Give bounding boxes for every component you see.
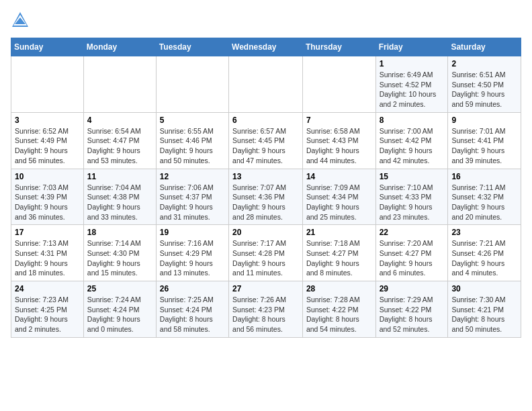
calendar-cell: 7Sunrise: 6:58 AM Sunset: 4:43 PM Daylig… (302, 112, 375, 169)
day-info: Sunrise: 7:30 AM Sunset: 4:21 PM Dayligh… (451, 295, 517, 334)
day-info: Sunrise: 7:00 AM Sunset: 4:42 PM Dayligh… (380, 126, 445, 166)
day-info: Sunrise: 6:55 AM Sunset: 4:46 PM Dayligh… (160, 126, 225, 166)
day-info: Sunrise: 6:54 AM Sunset: 4:47 PM Dayligh… (87, 126, 152, 166)
day-number: 11 (87, 172, 152, 181)
calendar-cell: 18Sunrise: 7:14 AM Sunset: 4:30 PM Dayli… (83, 225, 156, 281)
day-header-tuesday: Tuesday (156, 38, 228, 56)
day-number: 19 (160, 228, 225, 237)
day-header-sunday: Sunday (11, 38, 84, 56)
day-info: Sunrise: 7:28 AM Sunset: 4:22 PM Dayligh… (306, 295, 372, 334)
day-number: 13 (232, 172, 299, 181)
day-number: 18 (87, 228, 152, 237)
day-info: Sunrise: 7:09 AM Sunset: 4:34 PM Dayligh… (306, 183, 372, 222)
day-header-thursday: Thursday (302, 38, 375, 56)
calendar-cell: 4Sunrise: 6:54 AM Sunset: 4:47 PM Daylig… (83, 112, 156, 169)
calendar-cell (11, 56, 84, 113)
day-number: 16 (451, 172, 517, 181)
day-info: Sunrise: 7:29 AM Sunset: 4:22 PM Dayligh… (380, 295, 445, 334)
calendar-cell: 22Sunrise: 7:20 AM Sunset: 4:27 PM Dayli… (375, 225, 448, 281)
calendar-cell: 11Sunrise: 7:04 AM Sunset: 4:38 PM Dayli… (83, 169, 156, 225)
day-header-monday: Monday (83, 38, 156, 56)
day-number: 24 (15, 284, 80, 293)
day-info: Sunrise: 7:21 AM Sunset: 4:26 PM Dayligh… (451, 238, 517, 278)
day-info: Sunrise: 7:10 AM Sunset: 4:33 PM Dayligh… (380, 183, 445, 222)
day-number: 15 (380, 172, 445, 181)
calendar-cell: 19Sunrise: 7:16 AM Sunset: 4:29 PM Dayli… (156, 225, 228, 281)
day-info: Sunrise: 7:18 AM Sunset: 4:27 PM Dayligh… (306, 238, 372, 278)
calendar-cell: 15Sunrise: 7:10 AM Sunset: 4:33 PM Dayli… (375, 169, 448, 225)
calendar-cell: 28Sunrise: 7:28 AM Sunset: 4:22 PM Dayli… (302, 281, 375, 338)
calendar-cell: 14Sunrise: 7:09 AM Sunset: 4:34 PM Dayli… (302, 169, 375, 225)
day-number: 2 (451, 59, 517, 68)
day-number: 12 (160, 172, 225, 181)
calendar-cell: 25Sunrise: 7:24 AM Sunset: 4:24 PM Dayli… (83, 281, 156, 338)
calendar-cell: 5Sunrise: 6:55 AM Sunset: 4:46 PM Daylig… (156, 112, 228, 169)
day-info: Sunrise: 6:58 AM Sunset: 4:43 PM Dayligh… (306, 126, 372, 166)
calendar-cell: 10Sunrise: 7:03 AM Sunset: 4:39 PM Dayli… (11, 169, 84, 225)
calendar-cell (156, 56, 228, 113)
page-header (11, 11, 521, 30)
calendar-cell: 26Sunrise: 7:25 AM Sunset: 4:24 PM Dayli… (156, 281, 228, 338)
calendar-header-row: SundayMondayTuesdayWednesdayThursdayFrid… (11, 38, 521, 56)
calendar-cell: 20Sunrise: 7:17 AM Sunset: 4:28 PM Dayli… (229, 225, 303, 281)
day-number: 8 (380, 116, 445, 125)
calendar-cell: 21Sunrise: 7:18 AM Sunset: 4:27 PM Dayli… (302, 225, 375, 281)
day-info: Sunrise: 7:07 AM Sunset: 4:36 PM Dayligh… (232, 183, 299, 222)
day-info: Sunrise: 7:13 AM Sunset: 4:31 PM Dayligh… (15, 238, 80, 278)
day-info: Sunrise: 7:17 AM Sunset: 4:28 PM Dayligh… (232, 238, 299, 278)
day-number: 29 (380, 284, 445, 293)
day-number: 4 (87, 116, 152, 125)
day-info: Sunrise: 7:24 AM Sunset: 4:24 PM Dayligh… (87, 295, 152, 334)
day-number: 14 (306, 172, 372, 181)
day-header-saturday: Saturday (448, 38, 521, 56)
day-number: 7 (306, 116, 372, 125)
day-header-wednesday: Wednesday (229, 38, 303, 56)
day-info: Sunrise: 6:57 AM Sunset: 4:45 PM Dayligh… (232, 126, 299, 166)
calendar-week-2: 3Sunrise: 6:52 AM Sunset: 4:49 PM Daylig… (11, 112, 521, 169)
calendar-cell (302, 56, 375, 113)
day-number: 6 (232, 116, 299, 125)
calendar-table: SundayMondayTuesdayWednesdayThursdayFrid… (11, 38, 521, 338)
calendar-cell: 24Sunrise: 7:23 AM Sunset: 4:25 PM Dayli… (11, 281, 84, 338)
day-info: Sunrise: 7:04 AM Sunset: 4:38 PM Dayligh… (87, 183, 152, 222)
calendar-cell: 13Sunrise: 7:07 AM Sunset: 4:36 PM Dayli… (229, 169, 303, 225)
calendar-cell (229, 56, 303, 113)
calendar-cell: 30Sunrise: 7:30 AM Sunset: 4:21 PM Dayli… (448, 281, 521, 338)
day-number: 20 (232, 228, 299, 237)
day-info: Sunrise: 7:20 AM Sunset: 4:27 PM Dayligh… (380, 238, 445, 278)
day-info: Sunrise: 6:51 AM Sunset: 4:50 PM Dayligh… (451, 70, 517, 109)
day-info: Sunrise: 7:23 AM Sunset: 4:25 PM Dayligh… (15, 295, 80, 334)
day-number: 28 (306, 284, 372, 293)
calendar-week-1: 1Sunrise: 6:49 AM Sunset: 4:52 PM Daylig… (11, 56, 521, 113)
calendar-cell: 1Sunrise: 6:49 AM Sunset: 4:52 PM Daylig… (375, 56, 448, 113)
day-info: Sunrise: 7:14 AM Sunset: 4:30 PM Dayligh… (87, 238, 152, 278)
calendar-cell: 16Sunrise: 7:11 AM Sunset: 4:32 PM Dayli… (448, 169, 521, 225)
day-number: 10 (15, 172, 80, 181)
day-info: Sunrise: 7:06 AM Sunset: 4:37 PM Dayligh… (160, 183, 225, 222)
calendar-week-4: 17Sunrise: 7:13 AM Sunset: 4:31 PM Dayli… (11, 225, 521, 281)
calendar-cell: 6Sunrise: 6:57 AM Sunset: 4:45 PM Daylig… (229, 112, 303, 169)
day-info: Sunrise: 7:11 AM Sunset: 4:32 PM Dayligh… (451, 183, 517, 222)
calendar-cell: 2Sunrise: 6:51 AM Sunset: 4:50 PM Daylig… (448, 56, 521, 113)
day-number: 5 (160, 116, 225, 125)
day-number: 17 (15, 228, 80, 237)
calendar-cell: 17Sunrise: 7:13 AM Sunset: 4:31 PM Dayli… (11, 225, 84, 281)
logo (11, 11, 32, 30)
calendar-cell: 29Sunrise: 7:29 AM Sunset: 4:22 PM Dayli… (375, 281, 448, 338)
day-info: Sunrise: 6:49 AM Sunset: 4:52 PM Dayligh… (380, 70, 445, 109)
day-number: 23 (451, 228, 517, 237)
day-number: 9 (451, 116, 517, 125)
day-number: 21 (306, 228, 372, 237)
day-number: 1 (380, 59, 445, 68)
calendar-cell: 27Sunrise: 7:26 AM Sunset: 4:23 PM Dayli… (229, 281, 303, 338)
calendar-cell: 3Sunrise: 6:52 AM Sunset: 4:49 PM Daylig… (11, 112, 84, 169)
calendar-cell (83, 56, 156, 113)
day-info: Sunrise: 6:52 AM Sunset: 4:49 PM Dayligh… (15, 126, 80, 166)
day-info: Sunrise: 7:03 AM Sunset: 4:39 PM Dayligh… (15, 183, 80, 222)
day-number: 27 (232, 284, 299, 293)
day-info: Sunrise: 7:01 AM Sunset: 4:41 PM Dayligh… (451, 126, 517, 166)
calendar-week-5: 24Sunrise: 7:23 AM Sunset: 4:25 PM Dayli… (11, 281, 521, 338)
day-info: Sunrise: 7:26 AM Sunset: 4:23 PM Dayligh… (232, 295, 299, 334)
day-number: 26 (160, 284, 225, 293)
calendar-cell: 8Sunrise: 7:00 AM Sunset: 4:42 PM Daylig… (375, 112, 448, 169)
